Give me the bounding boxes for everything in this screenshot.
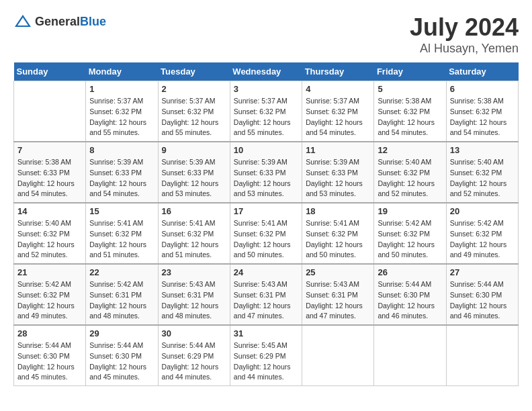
calendar-cell: 10Sunrise: 5:39 AM Sunset: 6:33 PM Dayli…: [230, 142, 302, 203]
calendar-cell: [374, 325, 446, 386]
calendar-cell: 7Sunrise: 5:38 AM Sunset: 6:33 PM Daylig…: [14, 142, 86, 203]
day-info: Sunrise: 5:43 AM Sunset: 6:31 PM Dayligh…: [162, 279, 226, 322]
day-number: 26: [378, 267, 442, 277]
main-title: July 2024: [410, 13, 519, 42]
day-number: 30: [162, 328, 226, 338]
logo: GeneralBlue: [13, 13, 106, 30]
page-header: GeneralBlue July 2024 Al Husayn, Yemen: [13, 13, 519, 56]
calendar-cell: 15Sunrise: 5:41 AM Sunset: 6:32 PM Dayli…: [86, 203, 158, 264]
day-number: 28: [17, 328, 82, 338]
day-number: 11: [306, 145, 370, 155]
day-info: Sunrise: 5:37 AM Sunset: 6:32 PM Dayligh…: [306, 96, 370, 138]
day-number: 18: [306, 206, 370, 216]
calendar-cell: 12Sunrise: 5:40 AM Sunset: 6:32 PM Dayli…: [374, 142, 446, 203]
day-number: 3: [234, 84, 298, 94]
day-number: 13: [450, 145, 515, 155]
title-section: July 2024 Al Husayn, Yemen: [410, 13, 519, 56]
day-number: 15: [89, 206, 154, 216]
day-number: 10: [234, 145, 298, 155]
day-info: Sunrise: 5:39 AM Sunset: 6:33 PM Dayligh…: [234, 157, 298, 199]
calendar-cell: [302, 325, 374, 386]
calendar-table: SundayMondayTuesdayWednesdayThursdayFrid…: [13, 62, 519, 386]
day-info: Sunrise: 5:38 AM Sunset: 6:32 PM Dayligh…: [450, 96, 515, 138]
header-thursday: Thursday: [302, 62, 374, 81]
subtitle: Al Husayn, Yemen: [410, 42, 519, 56]
day-number: 27: [450, 267, 515, 277]
calendar-cell: 5Sunrise: 5:38 AM Sunset: 6:32 PM Daylig…: [374, 81, 446, 142]
day-info: Sunrise: 5:39 AM Sunset: 6:33 PM Dayligh…: [89, 157, 154, 199]
calendar-header-row: SundayMondayTuesdayWednesdayThursdayFrid…: [14, 62, 519, 81]
header-monday: Monday: [86, 62, 158, 81]
day-info: Sunrise: 5:43 AM Sunset: 6:31 PM Dayligh…: [234, 279, 298, 322]
day-info: Sunrise: 5:42 AM Sunset: 6:32 PM Dayligh…: [450, 218, 515, 261]
day-info: Sunrise: 5:45 AM Sunset: 6:29 PM Dayligh…: [234, 340, 298, 383]
day-number: 22: [89, 267, 154, 277]
day-number: 25: [306, 267, 370, 277]
day-info: Sunrise: 5:37 AM Sunset: 6:32 PM Dayligh…: [89, 96, 154, 138]
day-number: 2: [162, 84, 226, 94]
calendar-cell: 11Sunrise: 5:39 AM Sunset: 6:33 PM Dayli…: [302, 142, 374, 203]
day-number: 21: [17, 267, 82, 277]
day-number: 12: [378, 145, 442, 155]
day-info: Sunrise: 5:41 AM Sunset: 6:32 PM Dayligh…: [234, 218, 298, 261]
day-number: 20: [450, 206, 515, 216]
day-number: 9: [162, 145, 226, 155]
day-info: Sunrise: 5:43 AM Sunset: 6:31 PM Dayligh…: [306, 279, 370, 322]
day-number: 4: [306, 84, 370, 94]
day-info: Sunrise: 5:37 AM Sunset: 6:32 PM Dayligh…: [234, 96, 298, 138]
calendar-cell: 9Sunrise: 5:39 AM Sunset: 6:33 PM Daylig…: [158, 142, 230, 203]
header-saturday: Saturday: [446, 62, 518, 81]
calendar-cell: 30Sunrise: 5:44 AM Sunset: 6:29 PM Dayli…: [158, 325, 230, 386]
day-number: 6: [450, 84, 515, 94]
calendar-week-row: 14Sunrise: 5:40 AM Sunset: 6:32 PM Dayli…: [14, 203, 519, 264]
day-number: 29: [89, 328, 154, 338]
day-info: Sunrise: 5:38 AM Sunset: 6:33 PM Dayligh…: [17, 157, 82, 199]
day-info: Sunrise: 5:37 AM Sunset: 6:32 PM Dayligh…: [162, 96, 226, 138]
day-number: 17: [234, 206, 298, 216]
day-info: Sunrise: 5:42 AM Sunset: 6:32 PM Dayligh…: [17, 279, 82, 322]
calendar-cell: 2Sunrise: 5:37 AM Sunset: 6:32 PM Daylig…: [158, 81, 230, 142]
calendar-cell: 20Sunrise: 5:42 AM Sunset: 6:32 PM Dayli…: [446, 203, 518, 264]
calendar-cell: 28Sunrise: 5:44 AM Sunset: 6:30 PM Dayli…: [14, 325, 86, 386]
day-info: Sunrise: 5:44 AM Sunset: 6:30 PM Dayligh…: [17, 340, 82, 383]
logo-icon: [13, 13, 32, 30]
calendar-cell: 31Sunrise: 5:45 AM Sunset: 6:29 PM Dayli…: [230, 325, 302, 386]
day-info: Sunrise: 5:40 AM Sunset: 6:32 PM Dayligh…: [378, 157, 442, 199]
calendar-week-row: 7Sunrise: 5:38 AM Sunset: 6:33 PM Daylig…: [14, 142, 519, 203]
calendar-week-row: 28Sunrise: 5:44 AM Sunset: 6:30 PM Dayli…: [14, 325, 519, 386]
logo-general-text: General: [35, 15, 80, 28]
header-friday: Friday: [374, 62, 446, 81]
day-info: Sunrise: 5:40 AM Sunset: 6:32 PM Dayligh…: [17, 218, 82, 261]
calendar-cell: 3Sunrise: 5:37 AM Sunset: 6:32 PM Daylig…: [230, 81, 302, 142]
day-info: Sunrise: 5:44 AM Sunset: 6:30 PM Dayligh…: [450, 279, 515, 322]
calendar-cell: 26Sunrise: 5:44 AM Sunset: 6:30 PM Dayli…: [374, 264, 446, 325]
calendar-cell: 24Sunrise: 5:43 AM Sunset: 6:31 PM Dayli…: [230, 264, 302, 325]
day-number: 14: [17, 206, 82, 216]
logo-blue-text: Blue: [80, 15, 106, 28]
day-number: 31: [234, 328, 298, 338]
calendar-week-row: 21Sunrise: 5:42 AM Sunset: 6:32 PM Dayli…: [14, 264, 519, 325]
calendar-cell: 19Sunrise: 5:42 AM Sunset: 6:32 PM Dayli…: [374, 203, 446, 264]
header-sunday: Sunday: [14, 62, 86, 81]
day-number: 7: [17, 145, 82, 155]
calendar-cell: 23Sunrise: 5:43 AM Sunset: 6:31 PM Dayli…: [158, 264, 230, 325]
calendar-cell: 14Sunrise: 5:40 AM Sunset: 6:32 PM Dayli…: [14, 203, 86, 264]
day-number: 1: [89, 84, 154, 94]
day-info: Sunrise: 5:41 AM Sunset: 6:32 PM Dayligh…: [162, 218, 226, 261]
calendar-cell: 25Sunrise: 5:43 AM Sunset: 6:31 PM Dayli…: [302, 264, 374, 325]
day-info: Sunrise: 5:39 AM Sunset: 6:33 PM Dayligh…: [162, 157, 226, 199]
calendar-cell: 22Sunrise: 5:42 AM Sunset: 6:31 PM Dayli…: [86, 264, 158, 325]
day-info: Sunrise: 5:42 AM Sunset: 6:32 PM Dayligh…: [378, 218, 442, 261]
day-number: 16: [162, 206, 226, 216]
day-number: 19: [378, 206, 442, 216]
calendar-cell: 8Sunrise: 5:39 AM Sunset: 6:33 PM Daylig…: [86, 142, 158, 203]
day-info: Sunrise: 5:44 AM Sunset: 6:30 PM Dayligh…: [89, 340, 154, 383]
day-info: Sunrise: 5:44 AM Sunset: 6:29 PM Dayligh…: [162, 340, 226, 383]
day-number: 23: [162, 267, 226, 277]
day-info: Sunrise: 5:40 AM Sunset: 6:32 PM Dayligh…: [450, 157, 515, 199]
calendar-cell: [14, 81, 86, 142]
day-info: Sunrise: 5:41 AM Sunset: 6:32 PM Dayligh…: [89, 218, 154, 261]
header-tuesday: Tuesday: [158, 62, 230, 81]
calendar-cell: 4Sunrise: 5:37 AM Sunset: 6:32 PM Daylig…: [302, 81, 374, 142]
calendar-cell: 6Sunrise: 5:38 AM Sunset: 6:32 PM Daylig…: [446, 81, 518, 142]
